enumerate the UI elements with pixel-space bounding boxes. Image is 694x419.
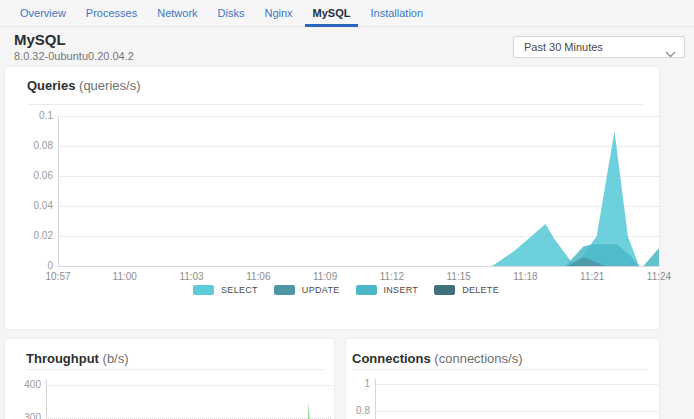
throughput-chart-panel: Throughput (b/s) 400300	[4, 338, 335, 419]
x-tick-label: 11:24	[637, 271, 681, 282]
legend-swatch-select-icon	[193, 285, 214, 295]
legend-label: DELETE	[462, 285, 499, 295]
x-axis-line	[58, 266, 659, 267]
tab-overview[interactable]: Overview	[12, 0, 74, 26]
throughput-area-series	[46, 379, 331, 419]
gridline	[375, 411, 658, 412]
y-tick-label: 0.04	[21, 200, 53, 211]
x-tick-label: 11:06	[236, 271, 280, 282]
tab-nginx[interactable]: Nginx	[256, 0, 300, 26]
x-tick-label: 11:00	[103, 271, 147, 282]
y-tick-label: 0.8	[348, 405, 370, 416]
legend-swatch-insert-icon	[356, 285, 377, 295]
time-range-value: Past 30 Minutes	[524, 37, 603, 57]
title-divider	[26, 369, 324, 370]
connections-chart-title: Connections (connections/s)	[352, 351, 523, 366]
y-tick-label: 0	[21, 260, 53, 271]
y-tick-label: 0.08	[21, 140, 53, 151]
tab-mysql[interactable]: MySQL	[305, 0, 359, 26]
queries-chart-legend: SELECTUPDATEINSERTDELETE	[19, 285, 673, 295]
y-tick-label: 1	[348, 378, 370, 389]
legend-item-delete: DELETE	[434, 285, 499, 295]
page-header: MySQL 8.0.32-0ubuntu0.20.04.2 Past 30 Mi…	[0, 28, 694, 66]
page-title: MySQL	[14, 31, 66, 48]
legend-swatch-update-icon	[274, 285, 295, 295]
x-tick-label: 11:18	[503, 271, 547, 282]
connections-chart-unit: (connections/s)	[434, 351, 522, 366]
legend-label: INSERT	[384, 285, 419, 295]
x-tick-label: 11:09	[303, 271, 347, 282]
tab-disks[interactable]: Disks	[210, 0, 253, 26]
tab-processes[interactable]: Processes	[78, 0, 145, 26]
legend-swatch-delete-icon	[434, 285, 455, 295]
queries-chart-title: Queries (queries/s)	[27, 78, 140, 93]
queries-chart-panel: Queries (queries/s) 00.020.040.060.080.1…	[4, 66, 660, 330]
chevron-down-icon	[665, 44, 676, 62]
series-throughput	[46, 402, 331, 419]
y-tick-label: 300	[15, 412, 41, 419]
y-tick-label: 0.02	[21, 230, 53, 241]
legend-item-select: SELECT	[193, 285, 258, 295]
legend-item-insert: INSERT	[356, 285, 419, 295]
y-tick-label: 0.1	[21, 110, 53, 121]
x-tick-label: 11:21	[570, 271, 614, 282]
series-insert	[58, 244, 659, 266]
x-tick-label: 11:12	[370, 271, 414, 282]
tab-bar: OverviewProcessesNetworkDisksNginxMySQLI…	[0, 0, 694, 27]
mysql-version: 8.0.32-0ubuntu0.20.04.2	[14, 50, 134, 62]
title-divider	[352, 369, 647, 370]
y-axis-line	[375, 379, 376, 419]
x-tick-label: 11:15	[437, 271, 481, 282]
time-range-select[interactable]: Past 30 Minutes	[513, 36, 685, 58]
gridline	[375, 384, 658, 385]
connections-chart-panel: Connections (connections/s) 10.8	[345, 338, 660, 419]
throughput-chart-title: Throughput (b/s)	[26, 351, 129, 366]
y-tick-label: 0.06	[21, 170, 53, 181]
legend-label: UPDATE	[302, 285, 340, 295]
queries-area-series	[58, 116, 659, 266]
tab-network[interactable]: Network	[149, 0, 205, 26]
y-tick-label: 400	[15, 379, 41, 390]
x-tick-label: 10:57	[36, 271, 80, 282]
throughput-chart-unit: (b/s)	[103, 351, 129, 366]
legend-label: SELECT	[221, 285, 258, 295]
title-divider	[27, 104, 643, 105]
legend-item-update: UPDATE	[274, 285, 340, 295]
x-tick-label: 11:03	[170, 271, 214, 282]
queries-chart-unit: (queries/s)	[79, 78, 140, 93]
tab-installation[interactable]: Installation	[362, 0, 431, 26]
series-select	[58, 131, 659, 266]
